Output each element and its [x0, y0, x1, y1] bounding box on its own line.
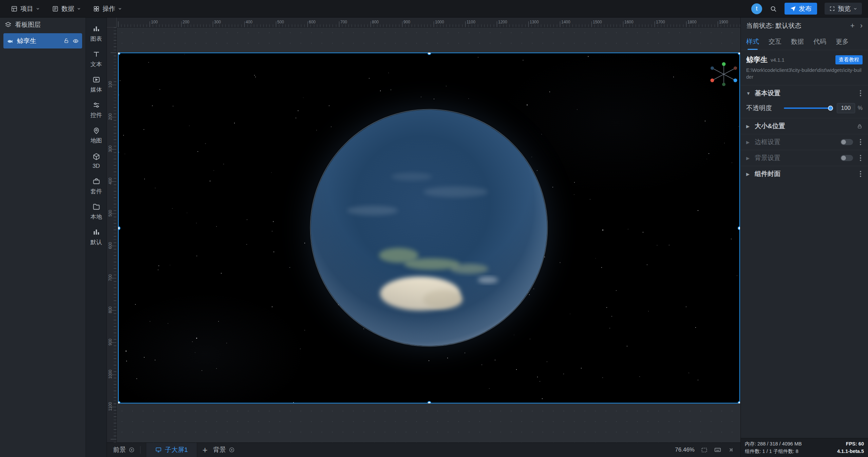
toolbar-item-text[interactable]: 文本	[86, 46, 107, 72]
circle-plus-icon[interactable]	[129, 447, 135, 453]
topbar-menus: 项目 数据 操作	[6, 0, 127, 18]
publish-button[interactable]: 发布	[785, 3, 817, 15]
expand-states-icon[interactable]: ›	[860, 22, 863, 29]
menu-operations[interactable]: 操作	[88, 0, 127, 18]
widget-path: E:\Work\code\client3\city-builder\dist\w…	[741, 66, 868, 85]
canvas-viewport[interactable]: 鲸孪生	[117, 27, 740, 442]
unlock-icon[interactable]	[63, 38, 69, 44]
menu-data[interactable]: 数据	[47, 0, 86, 18]
artboard[interactable]: 鲸孪生	[118, 53, 740, 403]
app-window: 项目 数据 操作	[0, 0, 868, 457]
fit-screen-icon[interactable]	[701, 446, 708, 454]
toolbar-item-label: 媒体	[91, 86, 102, 94]
widget-name: 鲸孪生	[746, 55, 768, 64]
foreground-label: 前景	[113, 445, 126, 454]
kebab-menu-icon[interactable]	[858, 89, 863, 98]
collapse-panel-icon[interactable]	[728, 446, 734, 453]
toolbar-item-charts[interactable]: 图表	[86, 21, 107, 46]
widget-info-row: 鲸孪生 v4.1.1 查看教程	[741, 50, 868, 66]
caret-right-icon: ▶	[746, 140, 751, 145]
toolbar-item-label: 控件	[91, 111, 102, 119]
media-icon	[92, 76, 100, 84]
eye-icon[interactable]	[73, 38, 79, 44]
widget-earth-globe[interactable]	[310, 109, 548, 347]
add-screen-button[interactable]: +	[203, 445, 208, 454]
toolbar-item-local[interactable]: 本地	[86, 199, 107, 224]
layer-item-whale-twin[interactable]: 鲸孪生	[3, 33, 82, 48]
opacity-slider-thumb[interactable]	[828, 106, 833, 111]
add-state-icon[interactable]: +	[850, 22, 855, 29]
toolbar-item-label: 本地	[91, 213, 102, 221]
tab-sub-screen-1[interactable]: 子大屏1	[146, 443, 197, 457]
opacity-label: 不透明度	[746, 104, 772, 113]
selection-handle-bottom-right[interactable]	[738, 401, 740, 403]
sliders-icon	[92, 101, 100, 109]
caret-right-icon: ▶	[746, 172, 751, 177]
toolbar-item-3d[interactable]: 3D	[86, 148, 107, 174]
widget-version: v4.1.1	[771, 57, 785, 63]
toolbar-item-label: 默认	[91, 238, 102, 246]
section-component-cover-label: 组件封面	[755, 170, 780, 178]
keyboard-icon[interactable]	[714, 446, 721, 454]
toolbar-item-default[interactable]: 默认	[86, 224, 107, 250]
section-size-position[interactable]: ▶ 大小&位置	[741, 118, 868, 134]
tutorial-button[interactable]: 查看教程	[835, 55, 863, 64]
menu-project-label: 项目	[20, 4, 33, 13]
menu-project[interactable]: 项目	[6, 0, 44, 18]
tab-code[interactable]: 代码	[813, 34, 826, 50]
toolbar-item-label: 地图	[91, 137, 102, 144]
section-border-settings[interactable]: ▶ 边框设置	[741, 134, 868, 150]
layers-panel-header: 看板图层	[0, 18, 86, 32]
map-pin-icon	[92, 126, 100, 135]
fullscreen-icon	[829, 6, 835, 12]
opacity-slider[interactable]	[784, 107, 832, 109]
background-label: 背景	[213, 445, 226, 454]
tab-data[interactable]: 数据	[791, 34, 804, 50]
tabbar-right-tools: 76.46%	[675, 446, 734, 454]
menu-data-label: 数据	[61, 4, 74, 13]
opacity-value-input[interactable]: 100	[837, 103, 855, 113]
toolbar-item-map[interactable]: 地图	[86, 123, 107, 148]
statusbar-row-2: 组件数: 1 / 1 子组件数: 8 4.1.1-beta.5	[745, 448, 864, 455]
section-basic-settings[interactable]: ▼ 基本设置	[741, 85, 868, 101]
kebab-menu-icon[interactable]	[858, 154, 863, 162]
inspector-tabs: 样式 交互 数据 代码 更多	[741, 34, 868, 50]
section-basic-settings-label: 基本设置	[755, 89, 780, 98]
section-component-cover[interactable]: ▶ 组件封面	[741, 166, 868, 182]
chevron-down-icon	[853, 7, 857, 11]
foreground-group[interactable]: 前景	[113, 445, 135, 454]
state-row: 当前状态: 默认状态 + ›	[741, 18, 868, 34]
tab-interaction[interactable]: 交互	[769, 34, 781, 50]
toolbar-item-kit[interactable]: 套件	[86, 174, 107, 199]
toolbar-item-controls[interactable]: 控件	[86, 97, 107, 123]
inspector-panel: 当前状态: 默认状态 + › 样式 交互 数据 代码 更多 鲸孪生 v4.1.1…	[740, 18, 868, 457]
lock-icon[interactable]	[857, 123, 863, 129]
statusbar-row-1: 内存: 288 / 318 / 4096 MB FPS: 60	[745, 440, 864, 448]
tab-style[interactable]: 样式	[746, 34, 759, 50]
publish-label: 发布	[799, 4, 812, 13]
background-group[interactable]: 背景	[213, 445, 235, 454]
caret-right-icon: ▶	[746, 124, 751, 129]
zoom-level[interactable]: 76.46%	[675, 446, 695, 453]
circle-plus-icon[interactable]	[229, 447, 235, 453]
preview-button[interactable]: 预览	[825, 3, 862, 15]
background-toggle[interactable]	[841, 155, 853, 161]
selection-handle-right[interactable]	[738, 226, 740, 230]
border-toggle[interactable]	[841, 139, 853, 145]
caret-down-icon: ▼	[746, 91, 751, 96]
selection-handle-bottom[interactable]	[427, 401, 431, 403]
opacity-row: 不透明度 100 %	[741, 101, 868, 118]
kebab-menu-icon[interactable]	[858, 138, 863, 146]
axis-gizmo[interactable]	[707, 60, 740, 91]
toolbar-item-media[interactable]: 媒体	[86, 72, 107, 97]
search-icon[interactable]	[770, 5, 777, 13]
grid-icon	[93, 5, 100, 12]
avatar[interactable]: t	[751, 3, 762, 14]
caret-right-icon: ▶	[746, 156, 751, 161]
component-count: 组件数: 1 / 1 子组件数: 8	[745, 448, 798, 455]
tab-more[interactable]: 更多	[836, 34, 849, 50]
whale-icon	[7, 38, 14, 44]
section-background-settings[interactable]: ▶ 背景设置	[741, 150, 868, 166]
widget-toolbar: 图表 文本 媒体 控件 地图 3D 套件 本地	[86, 18, 107, 457]
kebab-menu-icon[interactable]	[858, 170, 863, 178]
